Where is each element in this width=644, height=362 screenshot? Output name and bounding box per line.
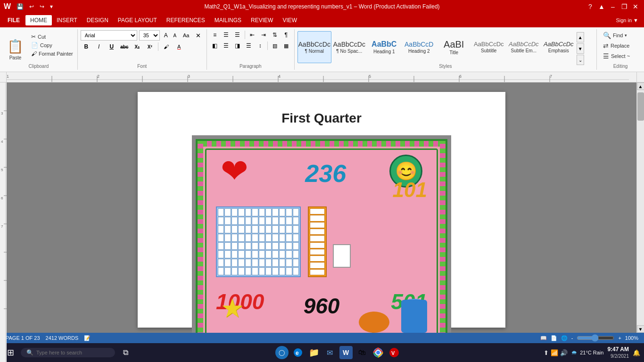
- style-title[interactable]: AaBI Title: [437, 31, 471, 63]
- web-layout-button[interactable]: 🌐: [561, 335, 568, 341]
- align-center-button[interactable]: ☰: [221, 41, 231, 50]
- svg-text:2: 2: [97, 74, 99, 79]
- style-heading2[interactable]: AaBbCcD Heading 2: [402, 31, 436, 63]
- proofing-icon[interactable]: 📝: [84, 335, 91, 341]
- network-icon[interactable]: 📶: [551, 349, 558, 356]
- design-menu[interactable]: DESIGN: [82, 15, 113, 25]
- file-menu[interactable]: FILE: [2, 15, 25, 25]
- copy-button[interactable]: 📄 Copy: [30, 41, 74, 49]
- mail-button[interactable]: ✉: [323, 346, 337, 359]
- numbering-button[interactable]: ☰: [221, 30, 231, 40]
- taskbar-search-input[interactable]: [36, 350, 107, 355]
- font-grow-button[interactable]: A: [162, 30, 170, 41]
- line-spacing-button[interactable]: ↕: [255, 41, 265, 50]
- font-color-button[interactable]: A: [173, 41, 185, 52]
- minimize-button[interactable]: –: [608, 2, 618, 11]
- scroll-track[interactable]: [637, 90, 644, 325]
- borders-button[interactable]: ▦: [281, 41, 291, 50]
- help-button[interactable]: ?: [586, 2, 595, 11]
- underline-button[interactable]: U: [106, 41, 117, 52]
- svg-text:3: 3: [1, 111, 3, 115]
- align-right-button[interactable]: ◨: [232, 41, 243, 50]
- read-mode-button[interactable]: 📖: [540, 335, 547, 341]
- zoom-slider[interactable]: [577, 334, 614, 342]
- style-subtitle[interactable]: AaBbCcDc Subtitle: [472, 31, 506, 63]
- document-scroll-area[interactable]: First Quarter ❤ 236 😊: [7, 82, 636, 333]
- restore-button[interactable]: ❐: [619, 2, 629, 11]
- zoom-out-button[interactable]: -: [571, 335, 573, 341]
- scroll-thumb[interactable]: [637, 92, 644, 121]
- insert-menu[interactable]: INSERT: [52, 15, 82, 25]
- italic-button[interactable]: I: [93, 41, 105, 52]
- shading-button[interactable]: ▧: [270, 41, 280, 50]
- subscript-button[interactable]: X₂: [132, 41, 143, 52]
- bullets-button[interactable]: ≡: [210, 30, 220, 40]
- view-menu[interactable]: VIEW: [278, 15, 302, 25]
- style-normal[interactable]: AaBbCcDc ¶ Normal: [297, 31, 331, 63]
- justify-button[interactable]: ☰: [244, 41, 254, 50]
- print-layout-button[interactable]: 📄: [551, 335, 557, 341]
- decrease-indent-button[interactable]: ⇤: [247, 30, 257, 40]
- clear-formatting-button[interactable]: ✕: [193, 30, 204, 41]
- ribbon-display-button[interactable]: ▲: [597, 2, 606, 11]
- review-menu[interactable]: REVIEW: [246, 15, 278, 25]
- save-button[interactable]: 💾: [15, 2, 25, 11]
- multilevel-button[interactable]: ☰: [232, 30, 243, 40]
- bold-button[interactable]: B: [81, 41, 92, 52]
- store-button[interactable]: 🛍: [355, 346, 369, 359]
- font-size-selector[interactable]: 35: [139, 30, 160, 41]
- sort-button[interactable]: ⇅: [270, 30, 280, 40]
- mailings-menu[interactable]: MAILINGS: [210, 15, 246, 25]
- styles-scroll-up-button[interactable]: ▲: [577, 32, 584, 42]
- strikethrough-button[interactable]: abc: [119, 41, 130, 52]
- page-layout-menu[interactable]: PAGE LAYOUT: [113, 15, 162, 25]
- sign-in-label[interactable]: Sign in ▼: [616, 17, 638, 23]
- redo-button[interactable]: ↪: [38, 2, 46, 11]
- task-view-button[interactable]: ⧉: [119, 346, 132, 359]
- cut-button[interactable]: ✂ Cut: [30, 33, 74, 41]
- font-shrink-button[interactable]: A: [171, 30, 179, 41]
- customize-quick-access-button[interactable]: ▾: [48, 2, 55, 11]
- tray-expand-icon[interactable]: ⬆: [544, 349, 549, 356]
- replace-button[interactable]: ⇄ Replace: [601, 41, 640, 51]
- start-button[interactable]: ⊞: [4, 346, 17, 359]
- edge-button[interactable]: e: [291, 346, 305, 359]
- format-painter-button[interactable]: 🖌 Format Painter: [30, 50, 74, 58]
- align-left-button[interactable]: ◧: [210, 41, 220, 50]
- page-title: First Quarter: [166, 111, 477, 126]
- taskbar-search[interactable]: 🔍: [21, 348, 115, 357]
- superscript-button[interactable]: X²: [144, 41, 156, 52]
- vertical-scrollbar[interactable]: ▲ ▼: [636, 82, 644, 333]
- clock[interactable]: 9:47 AM 9/2/2021: [607, 346, 629, 360]
- select-button[interactable]: ☰ Select ~: [601, 51, 640, 61]
- word-button[interactable]: W: [339, 346, 353, 359]
- notification-button[interactable]: 🔔: [633, 349, 640, 356]
- chrome-button[interactable]: [372, 346, 385, 359]
- sound-icon[interactable]: 🔊: [560, 349, 568, 356]
- zoom-in-button[interactable]: +: [618, 335, 621, 341]
- number-960: 960: [304, 293, 340, 319]
- home-menu[interactable]: HOME: [25, 15, 52, 25]
- change-case-button[interactable]: Aa: [181, 30, 191, 41]
- font-name-selector[interactable]: Arial: [81, 30, 137, 41]
- style-no-spacing[interactable]: AaBbCcDc ¶ No Spac...: [332, 31, 366, 63]
- document-image[interactable]: ❤ 236 😊 101 var gc = document.querySelec…: [192, 135, 451, 333]
- increase-indent-button[interactable]: ⇥: [258, 30, 269, 40]
- style-heading1[interactable]: AaBbC Heading 1: [367, 31, 401, 63]
- undo-button[interactable]: ↩: [27, 2, 36, 11]
- close-button[interactable]: ✕: [631, 2, 640, 11]
- show-marks-button[interactable]: ¶: [281, 30, 291, 40]
- folder-button[interactable]: 📁: [307, 346, 321, 359]
- cortana-button[interactable]: ◯: [275, 346, 289, 359]
- references-menu[interactable]: REFERENCES: [162, 15, 210, 25]
- find-button[interactable]: 🔍 Find ▾: [601, 30, 640, 41]
- paste-button[interactable]: 📋 Paste: [3, 30, 28, 69]
- text-highlight-button[interactable]: 🖌: [161, 41, 172, 52]
- styles-scroll-down-button[interactable]: ▼: [577, 43, 584, 54]
- vpn-button[interactable]: V: [388, 346, 401, 359]
- style-subtle-em[interactable]: AaBbCcDc Subtle Em...: [507, 31, 541, 63]
- scroll-down-button[interactable]: ▼: [637, 325, 644, 333]
- scroll-up-button[interactable]: ▲: [637, 82, 644, 90]
- style-emphasis[interactable]: AaBbCcDc Emphasis: [542, 31, 576, 63]
- weather-area[interactable]: 🌧 21°C Rain: [571, 349, 603, 356]
